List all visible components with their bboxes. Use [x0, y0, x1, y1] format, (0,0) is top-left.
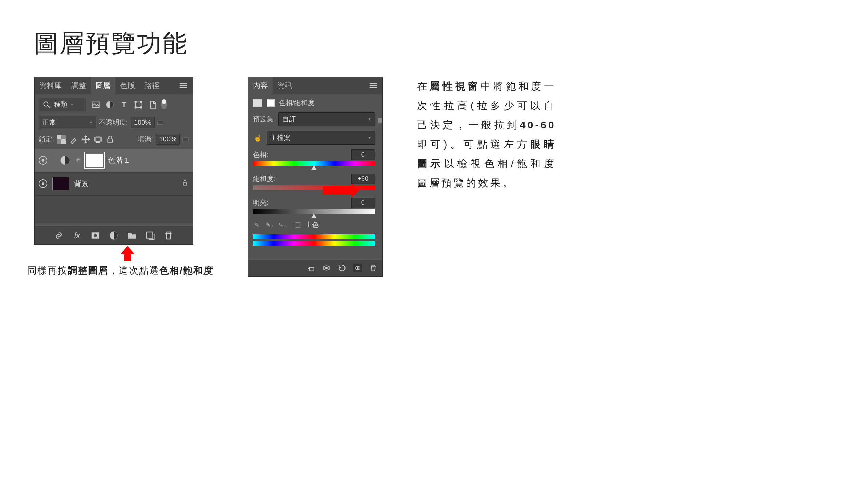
new-layer-icon[interactable]: [145, 230, 155, 241]
eyedropper-add-icon[interactable]: ✎₊: [266, 221, 274, 229]
lock-transparent-icon[interactable]: [57, 135, 66, 144]
filter-image-icon[interactable]: [91, 100, 100, 109]
saturation-value[interactable]: +60: [351, 174, 375, 184]
hue-value[interactable]: 0: [351, 149, 375, 160]
tab-layers[interactable]: 圖層: [91, 77, 115, 94]
lightness-value[interactable]: 0: [351, 198, 375, 208]
svg-rect-22: [147, 232, 153, 238]
colorize-checkbox[interactable]: [295, 222, 300, 228]
spectrum-strip-bottom: [253, 241, 375, 246]
filter-toggle[interactable]: [161, 100, 167, 109]
layer-row-background[interactable]: 背景: [35, 172, 193, 196]
adjustment-layer-icon: [60, 156, 70, 165]
props-header: 色相/飽和度: [279, 98, 315, 107]
svg-rect-18: [108, 139, 112, 142]
svg-line-1: [48, 106, 50, 108]
lock-artboard-icon[interactable]: [94, 135, 102, 144]
visibility-eye-icon[interactable]: [39, 179, 47, 188]
adjustment-type-icon: [253, 99, 262, 107]
hue-slider[interactable]: [253, 161, 375, 166]
svg-point-0: [44, 102, 48, 106]
panel-tabs: 資料庫 調整 圖層 色版 路徑: [35, 77, 193, 94]
svg-rect-10: [61, 139, 66, 144]
layers-bottom-bar: fx: [35, 226, 193, 244]
svg-point-27: [357, 267, 358, 268]
search-icon: [42, 100, 51, 109]
lock-move-icon[interactable]: [81, 135, 90, 144]
lightness-label: 明亮:: [253, 198, 269, 207]
blend-mode-dropdown[interactable]: 正常▼: [39, 116, 96, 129]
opacity-value[interactable]: 100%: [131, 117, 155, 128]
filter-text-icon[interactable]: T: [119, 100, 129, 109]
mask-link-icon[interactable]: ⧉: [75, 156, 81, 165]
svg-rect-9: [57, 135, 61, 139]
layer-name: 色階 1: [108, 155, 129, 165]
link-layers-icon[interactable]: [54, 230, 64, 241]
filter-kind-dropdown[interactable]: 種類 ▼: [39, 98, 86, 111]
saturation-label: 飽和度:: [253, 174, 275, 183]
up-arrow-annotation: [121, 247, 134, 261]
trash-icon[interactable]: [163, 230, 174, 241]
toggle-visibility-icon[interactable]: [353, 264, 362, 272]
scrollbar[interactable]: [378, 118, 382, 123]
tab-content[interactable]: 內容: [248, 77, 273, 94]
caption-text: 同樣再按調整圖層，這次點選色相/飽和度: [27, 264, 214, 277]
tab-channels[interactable]: 色版: [115, 77, 140, 94]
layer-name: 背景: [74, 179, 89, 189]
svg-point-4: [135, 101, 137, 103]
properties-panel: 內容 資訊 色相/飽和度 預設集: 自訂▼: [248, 77, 383, 277]
props-tabs: 內容 資訊: [248, 77, 382, 94]
clip-to-layer-icon[interactable]: [307, 264, 315, 272]
svg-rect-13: [96, 137, 100, 141]
opacity-chevron[interactable]: [157, 121, 163, 125]
eyedropper-sub-icon[interactable]: ✎₋: [279, 221, 287, 229]
lightness-slider[interactable]: [253, 209, 375, 214]
lock-paint-icon[interactable]: [69, 135, 78, 144]
fill-value[interactable]: 100%: [156, 134, 180, 145]
svg-point-7: [140, 106, 142, 108]
svg-rect-23: [309, 267, 314, 271]
visibility-eye-icon[interactable]: [39, 156, 47, 165]
filter-shape-icon[interactable]: [134, 100, 143, 109]
mask-icon[interactable]: [90, 230, 100, 241]
layer-list: ⧉ 色階 1 背景: [35, 149, 193, 223]
tab-adjust[interactable]: 調整: [66, 77, 91, 94]
targeted-adjust-icon[interactable]: ☝: [253, 133, 263, 143]
props-bottom-bar: [248, 260, 382, 276]
eyedropper-icon[interactable]: ✎: [253, 221, 261, 229]
tab-library[interactable]: 資料庫: [35, 77, 66, 94]
slider-thumb[interactable]: [311, 214, 317, 218]
panel-menu-icon[interactable]: [174, 77, 193, 94]
lock-all-icon[interactable]: [106, 135, 115, 144]
trash-icon[interactable]: [369, 264, 378, 272]
svg-rect-19: [183, 183, 187, 185]
page-title: 圖層預覽功能: [34, 27, 834, 60]
lock-icon[interactable]: [182, 180, 189, 188]
filter-smart-icon[interactable]: [148, 100, 157, 109]
preset-dropdown[interactable]: 自訂▼: [278, 112, 375, 126]
svg-point-6: [135, 106, 137, 108]
panel-menu-icon[interactable]: [364, 77, 382, 94]
fx-icon[interactable]: fx: [72, 230, 82, 241]
reset-icon[interactable]: [338, 264, 347, 272]
filter-kind-label: 種類: [54, 100, 67, 109]
svg-point-5: [140, 101, 142, 103]
fill-label: 填滿:: [138, 135, 153, 144]
tab-paths[interactable]: 路徑: [140, 77, 164, 94]
tab-info[interactable]: 資訊: [273, 77, 297, 94]
layer-thumb: [52, 177, 69, 190]
group-icon[interactable]: [127, 230, 137, 241]
spectrum-strip-top: [253, 234, 375, 239]
slider-thumb[interactable]: [311, 165, 317, 170]
adjustment-icon[interactable]: [108, 230, 119, 241]
svg-point-25: [326, 267, 327, 269]
layer-mask-thumb[interactable]: [86, 154, 103, 167]
filter-adjust-icon[interactable]: [105, 100, 115, 109]
content-row: 資料庫 調整 圖層 色版 路徑 種類 ▼: [34, 77, 834, 277]
description-text: 在屬性視窗中將飽和度一次性拉高(拉多少可以自己決定，一般拉到40-60即可)。可…: [417, 77, 556, 192]
master-dropdown[interactable]: 主檔案▼: [267, 131, 375, 145]
view-previous-icon[interactable]: [322, 264, 331, 272]
layer-row-levels[interactable]: ⧉ 色階 1: [35, 149, 193, 172]
preset-label: 預設集:: [253, 115, 275, 124]
fill-chevron[interactable]: [182, 137, 189, 141]
